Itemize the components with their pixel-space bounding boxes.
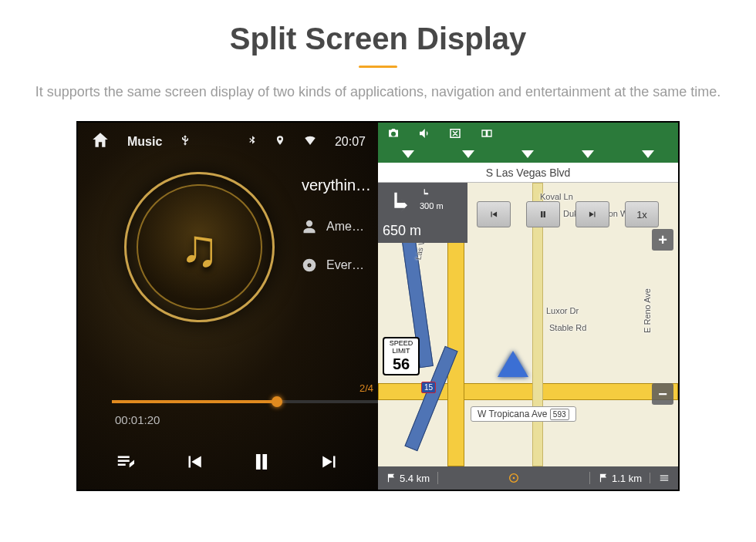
turn-sub-distance: 300 m bbox=[420, 201, 444, 210]
sim-speed-button[interactable]: 1x bbox=[625, 201, 659, 227]
nav-bottombar: 5.4 km 1.1 km bbox=[378, 466, 678, 490]
album-art: ♫ bbox=[124, 172, 275, 322]
zoom-out-button[interactable]: − bbox=[652, 383, 673, 405]
prev-button[interactable] bbox=[176, 443, 213, 480]
split-screen-device: Music 20:07 ♫ verythin… Ame… bbox=[76, 121, 680, 491]
next-street: S Las Vegas Blvd bbox=[378, 163, 678, 183]
sim-prev-button[interactable] bbox=[477, 201, 511, 227]
label-stable: Stable Rd bbox=[549, 323, 586, 332]
title-underline bbox=[359, 66, 397, 68]
music-app-title: Music bbox=[127, 135, 162, 149]
page-title: Split Screen Display bbox=[0, 22, 756, 56]
current-street-label: W Tropicana Ave 593 bbox=[471, 406, 576, 422]
target-icon bbox=[508, 472, 520, 484]
bluetooth-icon bbox=[247, 133, 258, 151]
trip-distance-next: 1.1 km bbox=[590, 473, 650, 484]
track-counter: 2/4 bbox=[359, 382, 373, 394]
label-reno: E Reno Ave bbox=[643, 288, 652, 333]
usb-icon bbox=[179, 132, 191, 152]
turn-left-icon bbox=[383, 187, 417, 218]
artist-name: Ame… bbox=[326, 220, 364, 234]
elapsed-time: 00:01:20 bbox=[115, 413, 160, 426]
flag-icon bbox=[386, 473, 397, 483]
interstate-shield: 15 bbox=[421, 382, 436, 393]
pause-button[interactable] bbox=[243, 443, 280, 480]
clock-text: 20:07 bbox=[335, 135, 366, 149]
navigation-pane: S Las Vegas Blvd 300 m 650 m 1x bbox=[378, 123, 678, 490]
trip-distance-total: 5.4 km bbox=[378, 473, 437, 484]
wifi-icon bbox=[302, 133, 318, 150]
music-pane: Music 20:07 ♫ verythin… Ame… bbox=[78, 123, 378, 490]
vehicle-cursor bbox=[498, 351, 528, 377]
sim-playback-controls: 1x bbox=[477, 201, 659, 227]
playlist-button[interactable] bbox=[108, 443, 145, 480]
label-koval: Koval Ln bbox=[540, 192, 573, 201]
turn-instruction: 300 m 650 m bbox=[378, 183, 467, 243]
volume-icon[interactable] bbox=[417, 126, 432, 143]
menu-button[interactable] bbox=[650, 473, 678, 483]
lane-arrows bbox=[378, 146, 678, 163]
artist-icon bbox=[302, 219, 317, 234]
screenshot-icon[interactable] bbox=[386, 126, 401, 143]
album-name: Ever… bbox=[326, 258, 364, 272]
sim-next-button[interactable] bbox=[575, 201, 609, 227]
track-title: verythin… bbox=[302, 177, 371, 194]
close-app-icon[interactable] bbox=[447, 126, 463, 143]
progress-bar[interactable] bbox=[112, 400, 378, 403]
music-topbar: Music 20:07 bbox=[78, 123, 378, 158]
album-icon bbox=[302, 258, 317, 273]
turn-right-small-icon bbox=[420, 187, 432, 198]
split-icon[interactable] bbox=[478, 127, 495, 142]
flag-checkered-icon bbox=[598, 473, 609, 483]
turn-main-distance: 650 m bbox=[383, 223, 463, 239]
speed-limit-sign: SPEED LIMIT 56 bbox=[383, 337, 420, 375]
route-shield: 593 bbox=[550, 409, 569, 420]
next-button[interactable] bbox=[311, 443, 348, 480]
recenter-button[interactable] bbox=[437, 472, 590, 484]
music-note-icon: ♫ bbox=[180, 217, 219, 278]
svg-point-1 bbox=[513, 477, 515, 480]
home-icon[interactable] bbox=[90, 130, 110, 153]
page-description: It supports the same screen display of t… bbox=[0, 82, 756, 103]
location-icon bbox=[275, 133, 285, 151]
zoom-in-button[interactable]: + bbox=[652, 229, 673, 251]
android-statusbar bbox=[378, 123, 678, 146]
sim-pause-button[interactable] bbox=[526, 201, 560, 227]
hamburger-icon bbox=[658, 473, 670, 483]
label-luxor: Luxor Dr bbox=[546, 306, 579, 315]
